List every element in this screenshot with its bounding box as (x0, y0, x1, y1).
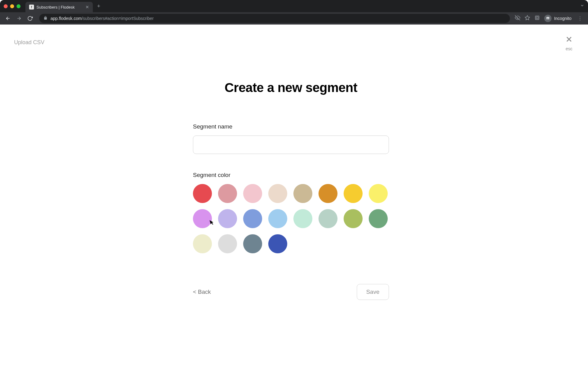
color-swatch-grid (193, 184, 401, 253)
favicon-icon: f (29, 5, 34, 10)
color-swatch-18[interactable] (243, 234, 262, 253)
color-swatch-6[interactable] (344, 184, 363, 203)
window-minimize-button[interactable] (10, 4, 14, 8)
color-swatch-2[interactable] (243, 184, 262, 203)
browser-tab-strip: f Subscribers | Flodesk ✕ + (0, 0, 588, 12)
segment-name-input[interactable] (193, 136, 389, 154)
color-swatch-12[interactable] (293, 209, 312, 228)
close-icon (565, 35, 573, 45)
color-swatch-10[interactable] (243, 209, 262, 228)
window-close-button[interactable] (4, 4, 8, 8)
lock-icon (43, 16, 47, 21)
color-swatch-19[interactable] (268, 234, 287, 253)
new-tab-button[interactable]: + (97, 3, 100, 10)
bookmark-star-icon[interactable] (525, 15, 530, 22)
color-swatch-14[interactable] (344, 209, 363, 228)
form-container: Create a new segment Segment name Segmen… (193, 25, 389, 300)
page-title: Create a new segment (193, 80, 389, 95)
back-link[interactable]: < Back (193, 289, 211, 295)
color-swatch-3[interactable] (268, 184, 287, 203)
nav-back-button[interactable] (4, 14, 12, 23)
tabs-dropdown-icon[interactable] (580, 3, 584, 9)
browser-tab[interactable]: f Subscribers | Flodesk ✕ (25, 2, 93, 12)
extensions-icon[interactable] (534, 15, 540, 22)
color-swatch-16[interactable] (193, 234, 212, 253)
svg-rect-5 (536, 17, 538, 19)
incognito-icon (544, 15, 552, 22)
incognito-indicator[interactable]: Incognito (544, 15, 571, 22)
color-swatch-17[interactable] (218, 234, 237, 253)
color-swatch-8[interactable] (193, 209, 212, 228)
browser-menu-icon[interactable]: ⋮ (576, 16, 584, 21)
color-swatch-11[interactable] (268, 209, 287, 228)
color-swatch-7[interactable] (369, 184, 388, 203)
toolbar-right: Incognito ⋮ (515, 15, 584, 22)
nav-reload-button[interactable] (26, 14, 34, 23)
svg-rect-4 (535, 16, 539, 20)
color-swatch-5[interactable] (318, 184, 337, 203)
color-swatch-1[interactable] (218, 184, 237, 203)
page-content: Upload CSV esc Create a new segment Segm… (0, 25, 588, 368)
save-button[interactable]: Save (357, 284, 389, 300)
segment-name-label: Segment name (193, 123, 389, 130)
color-swatch-0[interactable] (193, 184, 212, 203)
segment-color-label: Segment color (193, 172, 389, 178)
svg-point-6 (547, 18, 548, 19)
browser-toolbar: app.flodesk.com/subscribers#action=impor… (0, 12, 588, 25)
color-swatch-9[interactable] (218, 209, 237, 228)
color-swatch-15[interactable] (369, 209, 388, 228)
url-path: /subscribers#action=importSubscriber (82, 16, 154, 21)
modal-close-button[interactable]: esc (565, 35, 573, 51)
nav-forward-button[interactable] (15, 14, 23, 23)
window-maximize-button[interactable] (17, 4, 21, 8)
breadcrumb: Upload CSV (14, 39, 44, 46)
address-bar[interactable]: app.flodesk.com/subscribers#action=impor… (39, 14, 510, 23)
eye-off-icon[interactable] (515, 15, 520, 22)
form-footer: < Back Save (193, 284, 389, 300)
incognito-label: Incognito (554, 16, 571, 21)
svg-marker-3 (525, 16, 530, 20)
close-hint: esc (565, 46, 573, 51)
color-swatch-4[interactable] (293, 184, 312, 203)
svg-point-7 (548, 18, 549, 19)
tab-close-icon[interactable]: ✕ (85, 5, 89, 10)
window-controls (4, 4, 21, 8)
url-text: app.flodesk.com/subscribers#action=impor… (51, 16, 154, 21)
color-swatch-13[interactable] (318, 209, 337, 228)
tab-title: Subscribers | Flodesk (36, 5, 83, 10)
url-host: app.flodesk.com (51, 16, 82, 21)
